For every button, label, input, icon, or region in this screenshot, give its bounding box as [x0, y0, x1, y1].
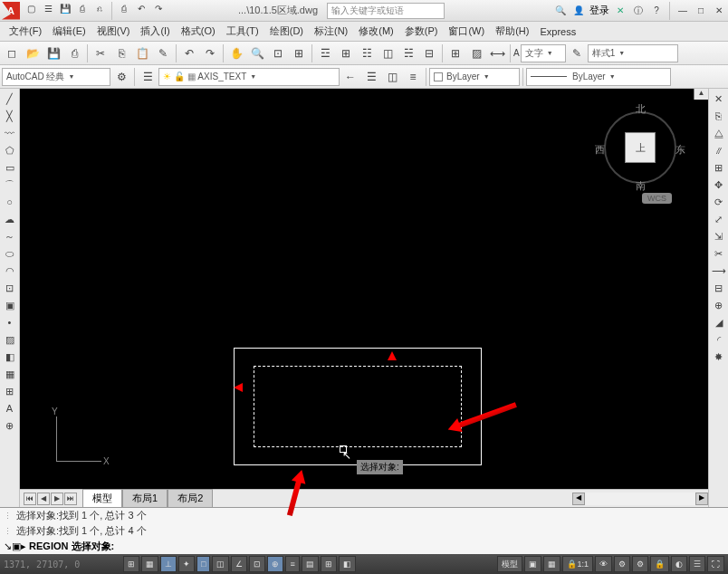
fillet-icon[interactable]: ◜	[711, 331, 727, 348]
tab-last-icon[interactable]: ⏭	[64, 493, 77, 505]
point-icon[interactable]: •	[2, 314, 18, 330]
menu-tools[interactable]: 工具(T)	[221, 23, 264, 40]
save-icon[interactable]: 💾	[58, 2, 72, 16]
toolbar-lock-btn[interactable]: 🔒	[650, 556, 669, 572]
open-btn[interactable]: 📂	[23, 43, 43, 63]
redo2-btn[interactable]: ↷	[200, 43, 220, 63]
insert-icon[interactable]: ⊡	[2, 280, 18, 296]
match-btn[interactable]: ✎	[153, 43, 173, 63]
dyn-btn[interactable]: ⊕	[267, 556, 283, 572]
ducs-btn[interactable]: ⊡	[249, 556, 265, 572]
gradient-icon[interactable]: ◧	[2, 349, 18, 365]
tbl-btn[interactable]: ⊞	[445, 43, 465, 63]
move-icon[interactable]: ✥	[711, 177, 727, 193]
menu-file[interactable]: 文件(F)	[4, 23, 47, 40]
open-icon[interactable]: ☰	[41, 2, 55, 16]
menu-insert[interactable]: 插入(I)	[135, 23, 175, 40]
calc-btn[interactable]: ⊟	[419, 43, 439, 63]
plot-btn[interactable]: ⎙	[64, 43, 84, 63]
command-input[interactable]: ↘ ▣▸ REGION 选择对象:	[0, 539, 728, 554]
copy-btn[interactable]: ⎘	[111, 43, 131, 63]
anno-scale-btn[interactable]: 🔒1:1	[562, 556, 593, 572]
tab-layout1[interactable]: 布局1	[122, 489, 168, 508]
break-icon[interactable]: ⊟	[711, 280, 727, 296]
dim-btn[interactable]: ⟷	[487, 43, 507, 63]
dim-style-dropdown[interactable]: 样式1	[588, 44, 678, 62]
help-icon[interactable]: ?	[649, 4, 664, 18]
sc-btn[interactable]: ◧	[339, 556, 356, 572]
circle-icon[interactable]: ○	[2, 194, 18, 210]
line-icon[interactable]: ╱	[2, 91, 18, 107]
join-icon[interactable]: ⊕	[711, 297, 727, 313]
hatch-btn[interactable]: ▨	[466, 43, 486, 63]
ws-switch-btn[interactable]: ⚙	[632, 556, 648, 572]
layer-match-btn[interactable]: ≡	[403, 67, 423, 87]
erase-icon[interactable]: ✕	[711, 91, 727, 107]
menu-format[interactable]: 格式(O)	[176, 23, 221, 40]
ellipse-icon[interactable]: ⬭	[2, 245, 18, 262]
osnap-btn[interactable]: □	[196, 556, 210, 572]
drawing-canvas[interactable]: ▲ 上 北 南 东 西 WCS ↖ 选择对象:	[20, 89, 708, 489]
hscroll-right-icon[interactable]: ▶	[695, 493, 708, 505]
cut-btn[interactable]: ✂	[91, 43, 110, 63]
menu-dim[interactable]: 标注(N)	[309, 23, 353, 40]
spline-icon[interactable]: ～	[2, 228, 18, 244]
vscroll-up[interactable]: ▲	[694, 89, 708, 100]
extra-icon[interactable]: ⊕	[2, 417, 18, 434]
revcloud-icon[interactable]: ☁	[2, 211, 18, 227]
chamfer-icon[interactable]: ◢	[711, 314, 727, 330]
zoom-btn[interactable]: 🔍	[247, 43, 267, 63]
offset-icon[interactable]: ⫽	[711, 142, 727, 158]
anno-auto-btn[interactable]: ⚙	[614, 556, 630, 572]
tab-prev-icon[interactable]: ◀	[37, 493, 50, 505]
wcs-badge[interactable]: WCS	[642, 193, 672, 204]
layer-state-btn[interactable]: ☰	[361, 67, 381, 87]
close-icon[interactable]: ✕	[712, 4, 726, 18]
scale-icon[interactable]: ⤢	[711, 211, 727, 227]
menu-param[interactable]: 参数(P)	[399, 23, 444, 40]
array-icon[interactable]: ⊞	[711, 159, 727, 176]
app-logo[interactable]: A	[2, 2, 20, 20]
save-btn[interactable]: 💾	[43, 43, 63, 63]
undo2-btn[interactable]: ↶	[179, 43, 199, 63]
hscroll-left-icon[interactable]: ◀	[572, 493, 585, 505]
print-icon[interactable]: ⎙	[117, 2, 131, 16]
tab-first-icon[interactable]: ⏮	[24, 493, 36, 505]
polygon-icon[interactable]: ⬠	[2, 142, 18, 158]
undo-ext-icon[interactable]: ⎌	[92, 2, 107, 16]
menu-modify[interactable]: 修改(M)	[353, 23, 399, 40]
workspace-dropdown[interactable]: AutoCAD 经典	[2, 68, 110, 86]
menu-view[interactable]: 视图(V)	[91, 23, 136, 40]
info-icon[interactable]: ⓘ	[631, 4, 646, 18]
layer-prev-btn[interactable]: ←	[340, 67, 360, 87]
isolate-btn[interactable]: ☰	[689, 556, 705, 572]
3dosnap-btn[interactable]: ◫	[212, 556, 229, 572]
layer-props-btn[interactable]: ☰	[138, 67, 158, 87]
saveas-icon[interactable]: ⎙	[75, 2, 90, 16]
mtext-icon[interactable]: A	[2, 400, 18, 416]
new-icon[interactable]: ▢	[24, 2, 38, 16]
zoomwin-btn[interactable]: ⊡	[268, 43, 288, 63]
tpy-btn[interactable]: ▤	[302, 556, 319, 572]
otrack-btn[interactable]: ∠	[231, 556, 247, 572]
lwt-btn[interactable]: ≡	[285, 556, 299, 572]
menu-edit[interactable]: 编辑(E)	[47, 23, 91, 40]
copy-m-icon[interactable]: ⎘	[711, 108, 727, 124]
table-icon[interactable]: ⊞	[2, 383, 18, 399]
zoomext-btn[interactable]: ⊞	[289, 43, 309, 63]
stretch-icon[interactable]: ⇲	[711, 228, 727, 244]
undo-icon[interactable]: ↶	[134, 2, 148, 16]
hscroll[interactable]: ◀ ▶	[572, 493, 708, 505]
region-icon[interactable]: ▦	[2, 366, 18, 382]
explode-icon[interactable]: ✸	[711, 349, 727, 365]
arc-icon[interactable]: ⌒	[2, 177, 18, 193]
cmd-handle-icon[interactable]: ↘	[4, 541, 12, 552]
anno-vis-btn[interactable]: 👁	[595, 556, 612, 572]
ws-gear-icon[interactable]: ⚙	[111, 67, 131, 87]
ssm-btn[interactable]: ◫	[378, 43, 398, 63]
tp-btn[interactable]: ☷	[357, 43, 377, 63]
status-coords[interactable]: 1371, 27107, 0	[4, 560, 121, 569]
ellipsearc-icon[interactable]: ◠	[2, 263, 18, 279]
hatch2-icon[interactable]: ▨	[2, 331, 18, 348]
menu-window[interactable]: 窗口(W)	[443, 23, 490, 40]
